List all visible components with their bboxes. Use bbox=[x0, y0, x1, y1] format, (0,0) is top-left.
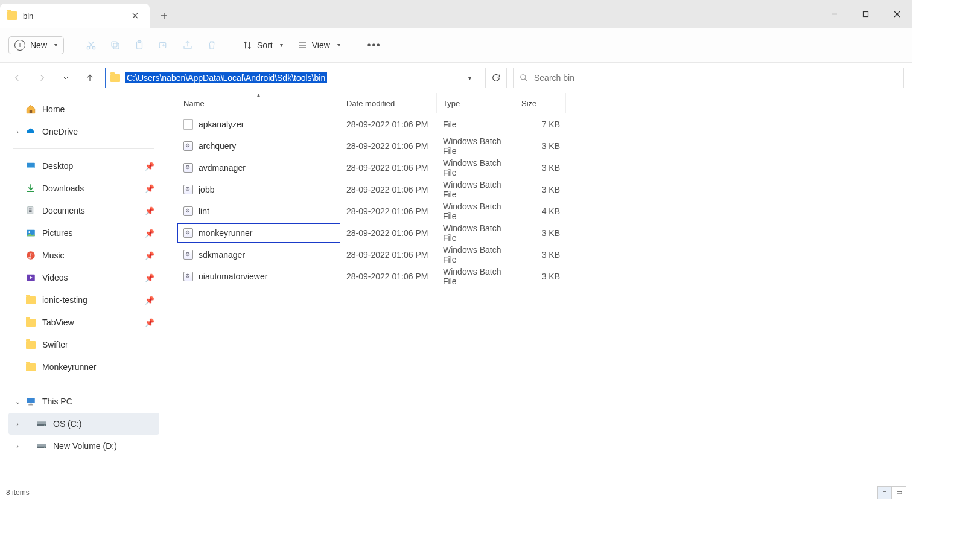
batch-file-icon bbox=[183, 272, 193, 281]
share-icon bbox=[180, 38, 195, 53]
folder-icon bbox=[110, 74, 120, 82]
minimize-button[interactable] bbox=[818, 0, 850, 28]
details-view-button[interactable]: ≡ bbox=[877, 486, 892, 499]
sidebar-item-label: OneDrive bbox=[42, 127, 78, 136]
sidebar-item-label: Downloads bbox=[42, 183, 84, 193]
sort-button[interactable]: Sort ▾ bbox=[239, 38, 287, 53]
more-button[interactable]: ••• bbox=[364, 37, 385, 53]
sidebar-item-tabview[interactable]: TabView📌 bbox=[8, 311, 159, 333]
file-row[interactable]: archquery28-09-2022 01:06 PMWindows Batc… bbox=[163, 135, 912, 157]
chevron-icon[interactable]: › bbox=[13, 420, 22, 427]
column-headers[interactable]: ▲ Name Date modified Type Size bbox=[163, 93, 912, 113]
folder-icon bbox=[25, 362, 36, 372]
sort-icon bbox=[243, 40, 252, 50]
desktop-icon bbox=[25, 161, 36, 171]
sidebar-item-label: TabView bbox=[42, 317, 74, 327]
svg-point-2 bbox=[92, 46, 95, 49]
svg-rect-6 bbox=[138, 40, 141, 42]
recent-dropdown[interactable] bbox=[57, 69, 75, 87]
content-area: ▲ Name Date modified Type Size apkanalyz… bbox=[163, 93, 912, 485]
cell-size: 3 KB bbox=[515, 250, 566, 260]
column-type[interactable]: Type bbox=[437, 93, 515, 113]
cell-size: 3 KB bbox=[515, 272, 566, 281]
address-bar[interactable]: C:\Users\naben\AppData\Local\Android\Sdk… bbox=[105, 68, 479, 88]
cell-date: 28-09-2022 01:06 PM bbox=[340, 141, 437, 151]
chevron-icon[interactable]: › bbox=[13, 128, 22, 135]
file-row[interactable]: uiautomatorviewer28-09-2022 01:06 PMWind… bbox=[163, 266, 912, 287]
svg-rect-0 bbox=[863, 11, 868, 16]
view-button[interactable]: View ▾ bbox=[294, 38, 344, 53]
search-icon bbox=[520, 74, 528, 82]
search-box[interactable] bbox=[513, 68, 904, 88]
svg-point-8 bbox=[521, 75, 526, 80]
chevron-down-icon: ▾ bbox=[337, 42, 340, 48]
cell-size: 4 KB bbox=[515, 206, 566, 216]
cell-size: 3 KB bbox=[515, 185, 566, 194]
up-button[interactable] bbox=[81, 69, 99, 87]
sidebar-item-ionic-testing[interactable]: ionic-testing📌 bbox=[8, 289, 159, 311]
file-row[interactable]: monkeyrunner28-09-2022 01:06 PMWindows B… bbox=[163, 222, 912, 244]
column-name[interactable]: ▲ Name bbox=[177, 93, 340, 113]
sidebar-item-pictures[interactable]: Pictures📌 bbox=[8, 222, 159, 244]
pin-icon: 📌 bbox=[145, 273, 154, 282]
file-row[interactable]: jobb28-09-2022 01:06 PMWindows Batch Fil… bbox=[163, 179, 912, 200]
cell-type: Windows Batch File bbox=[437, 158, 515, 177]
sidebar-item-new-volume-d-[interactable]: ›New Volume (D:) bbox=[8, 435, 159, 457]
sidebar-item-label: ionic-testing bbox=[42, 295, 88, 305]
cell-size: 3 KB bbox=[515, 141, 566, 151]
cell-name: lint bbox=[177, 202, 340, 221]
refresh-button[interactable] bbox=[485, 68, 507, 88]
sidebar-item-documents[interactable]: Documents📌 bbox=[8, 200, 159, 222]
column-date[interactable]: Date modified bbox=[340, 93, 437, 113]
folder-icon bbox=[7, 11, 17, 20]
cell-date: 28-09-2022 01:06 PM bbox=[340, 185, 437, 194]
batch-file-icon bbox=[183, 185, 193, 194]
column-size[interactable]: Size bbox=[515, 93, 566, 113]
file-row[interactable]: sdkmanager28-09-2022 01:06 PMWindows Bat… bbox=[163, 244, 912, 266]
sidebar-item-home[interactable]: Home bbox=[8, 98, 159, 120]
sidebar-item-videos[interactable]: Videos📌 bbox=[8, 267, 159, 289]
file-row[interactable]: avdmanager28-09-2022 01:06 PMWindows Bat… bbox=[163, 157, 912, 179]
cell-name: apkanalyzer bbox=[177, 115, 340, 134]
sidebar-item-label: Pictures bbox=[42, 228, 73, 238]
close-window-button[interactable] bbox=[881, 0, 912, 28]
sidebar-item-desktop[interactable]: Desktop📌 bbox=[8, 155, 159, 177]
sidebar-item-swifter[interactable]: Swifter bbox=[8, 334, 159, 356]
cut-icon bbox=[84, 38, 98, 53]
sidebar-item-downloads[interactable]: Downloads📌 bbox=[8, 177, 159, 199]
clipboard-group bbox=[84, 38, 219, 53]
sidebar-item-label: Desktop bbox=[42, 161, 73, 171]
tab-current[interactable]: bin bbox=[0, 4, 150, 28]
view-label: View bbox=[312, 40, 330, 50]
icons-view-button[interactable]: ▭ bbox=[892, 486, 906, 499]
file-row[interactable]: lint28-09-2022 01:06 PMWindows Batch Fil… bbox=[163, 200, 912, 222]
sidebar-item-music[interactable]: Music📌 bbox=[8, 244, 159, 266]
search-input[interactable] bbox=[534, 73, 897, 83]
cell-date: 28-09-2022 01:06 PM bbox=[340, 163, 437, 173]
sidebar-item-this-pc[interactable]: ⌄This PC bbox=[8, 391, 159, 412]
batch-file-icon bbox=[183, 250, 193, 260]
pin-icon: 📌 bbox=[145, 206, 154, 215]
chevron-icon[interactable]: ⌄ bbox=[13, 398, 22, 406]
sidebar-item-monkeyrunner[interactable]: Monkeyrunner bbox=[8, 356, 159, 378]
svg-rect-17 bbox=[27, 398, 35, 403]
file-row[interactable]: apkanalyzer28-09-2022 01:06 PMFile7 KB bbox=[163, 113, 912, 135]
svg-rect-18 bbox=[30, 404, 33, 405]
cell-type: Windows Batch File bbox=[437, 267, 515, 286]
chevron-icon[interactable]: › bbox=[13, 442, 22, 450]
view-toggle: ≡ ▭ bbox=[877, 486, 906, 499]
new-button[interactable]: + New ▾ bbox=[8, 36, 64, 54]
address-history-dropdown[interactable]: ▾ bbox=[466, 72, 474, 84]
maximize-button[interactable] bbox=[850, 0, 881, 28]
file-name: avdmanager bbox=[199, 163, 246, 173]
status-bar: 8 items ≡ ▭ bbox=[0, 485, 912, 499]
file-name: uiautomatorviewer bbox=[199, 272, 267, 281]
main-area: Home›OneDriveDesktop📌Downloads📌Documents… bbox=[0, 93, 912, 485]
new-tab-button[interactable] bbox=[152, 4, 176, 28]
nav-sidebar[interactable]: Home›OneDriveDesktop📌Downloads📌Documents… bbox=[0, 93, 163, 485]
cell-name: jobb bbox=[177, 180, 340, 199]
tab-close-button[interactable] bbox=[127, 7, 144, 24]
sidebar-item-onedrive[interactable]: ›OneDrive bbox=[8, 121, 159, 142]
cell-name: monkeyrunner bbox=[177, 223, 340, 243]
sidebar-item-os-c-[interactable]: ›OS (C:) bbox=[8, 413, 159, 435]
